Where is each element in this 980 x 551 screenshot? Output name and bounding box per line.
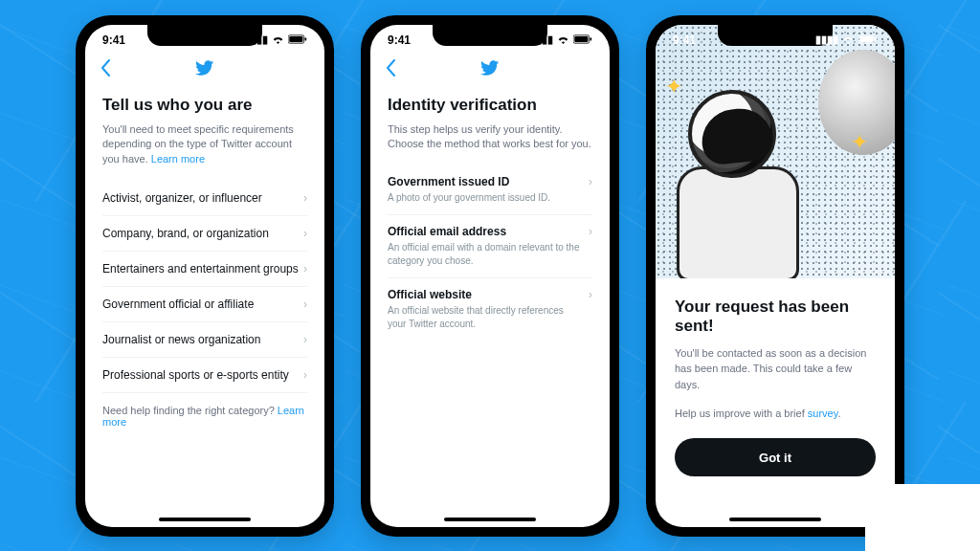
chevron-right-icon: › [303,298,307,311]
survey-text: Help us improve with a brief survey. [675,408,876,419]
page-description: You'll be contacted as soon as a decisio… [675,345,876,393]
category-label: Journalist or news organization [102,333,260,346]
survey-link[interactable]: survey [808,408,838,419]
corner-overlay [865,484,980,551]
chevron-right-icon: › [589,225,592,238]
star-icon: ✦ [851,130,868,155]
category-label: Company, brand, or organization [102,227,269,240]
svg-rect-1 [289,36,302,42]
nav-bar [370,55,610,86]
method-label: Government issued ID [388,175,581,188]
category-row[interactable]: Journalist or news organization › [102,322,307,358]
phone-screen-1: 9:41 ▮▮▮▮ Tell us who you are [85,25,324,527]
signal-icon: ▮▮▮▮ [815,33,838,46]
chevron-right-icon: › [303,227,307,240]
battery-icon [288,34,307,46]
category-row[interactable]: Entertainers and entertainment groups › [102,252,307,287]
svg-rect-5 [590,37,592,40]
notch [433,25,547,46]
category-row[interactable]: Company, brand, or organization › [102,216,307,252]
chevron-right-icon: › [303,262,307,276]
chevron-right-icon: › [303,191,307,205]
back-button[interactable] [386,59,405,81]
category-label: Entertainers and entertainment groups [102,262,299,276]
wifi-icon [272,34,284,46]
category-label: Government official or affiliate [102,298,254,311]
chevron-right-icon: › [589,175,592,188]
method-label: Official website [388,288,581,301]
method-desc: An official website that directly refere… [388,304,581,331]
category-row[interactable]: Professional sports or e-sports entity › [102,358,307,393]
verification-method[interactable]: Official website An official website tha… [388,278,592,341]
content-area: Tell us who you are You'll need to meet … [85,86,324,527]
home-indicator[interactable] [729,518,821,521]
astronaut-graphic [677,90,801,272]
content-area: Your request has been sent! You'll be co… [656,278,895,477]
status-icons: ▮▮▮▮ [815,33,878,46]
category-label: Professional sports or e-sports entity [102,368,289,382]
method-desc: A photo of your government issued ID. [388,191,581,205]
wifi-icon [842,34,855,46]
home-indicator[interactable] [444,518,536,521]
category-row[interactable]: Government official or affiliate › [102,287,307,322]
help-text: Need help finding the right category? Le… [102,393,307,428]
back-button[interactable] [100,59,120,81]
svg-rect-2 [305,37,307,40]
method-desc: An official email with a domain relevant… [388,241,581,268]
phone-frame-3: 9:41 ▮▮▮▮ ✦ ✦ [646,15,904,537]
page-subtitle: You'll need to meet specific requirement… [102,122,307,168]
method-label: Official email address [388,225,581,238]
learn-more-link[interactable]: Learn more [151,153,205,165]
chevron-right-icon: › [589,288,592,301]
phone-screen-3: 9:41 ▮▮▮▮ ✦ ✦ [656,25,895,527]
battery-icon [573,34,592,46]
page-title: Tell us who you are [102,96,307,115]
wifi-icon [557,34,569,46]
nav-bar [85,55,324,86]
phone-screen-2: 9:41 ▮▮▮▮ Identity verification Thi [370,25,610,527]
svg-rect-4 [574,36,588,42]
verification-method[interactable]: Government issued ID A photo of your gov… [388,165,592,215]
content-area: Identity verification This step helps us… [370,86,610,527]
page-title: Identity verification [388,96,592,115]
battery-icon [858,34,878,46]
notch [147,25,262,46]
got-it-button[interactable]: Got it [675,438,876,476]
verification-method[interactable]: Official email address An official email… [388,215,592,278]
phone-frame-2: 9:41 ▮▮▮▮ Identity verification Thi [361,15,619,537]
page-title: Your request has been sent! [675,298,876,336]
home-indicator[interactable] [159,518,251,521]
svg-rect-8 [876,37,878,40]
status-time: 9:41 [102,33,125,47]
hero-illustration: 9:41 ▮▮▮▮ ✦ ✦ [656,25,895,278]
phone-frame-1: 9:41 ▮▮▮▮ Tell us who you are [76,15,334,537]
star-icon: ✦ [665,75,682,99]
chevron-right-icon: › [303,368,307,382]
twitter-logo-icon [480,60,500,80]
status-time: 9:41 [673,33,696,47]
chevron-right-icon: › [303,333,307,346]
page-subtitle: This step helps us verify your identity.… [388,122,592,153]
status-time: 9:41 [388,33,411,47]
status-bar: 9:41 ▮▮▮▮ [656,25,895,55]
category-row[interactable]: Activist, organizer, or influencer › [102,181,307,216]
category-label: Activist, organizer, or influencer [102,191,262,205]
twitter-logo-icon [195,60,214,80]
svg-rect-7 [859,36,873,42]
